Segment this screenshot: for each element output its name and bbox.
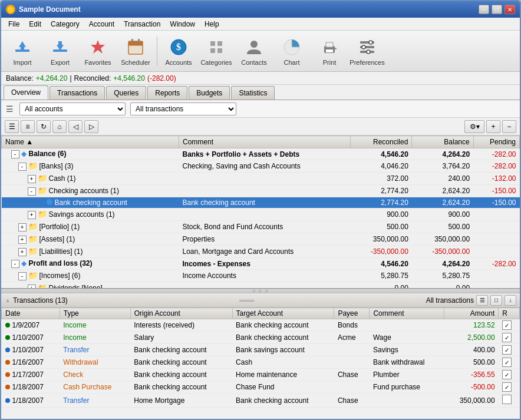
toolbar-btn-chart[interactable]: Chart xyxy=(274,34,309,68)
trans-splitter-center: ═══ xyxy=(239,296,255,305)
transaction-row[interactable]: 1/17/2007CheckBank checking accountHome … xyxy=(2,369,520,381)
toolbar-btn-export[interactable]: Export xyxy=(42,34,78,68)
account-comment: Banks + Portfolio + Assets + Debts xyxy=(179,148,351,160)
toolbar-btn-contacts[interactable]: Contacts xyxy=(236,34,272,68)
account-reconciled: 4,046.20 xyxy=(351,160,412,173)
account-row[interactable]: -◆Balance (6)Banks + Portfolio + Assets … xyxy=(2,148,520,160)
expand-icon[interactable]: + xyxy=(28,211,36,219)
accounts-filter-select[interactable]: All accounts Bank checking account Savin… xyxy=(19,102,126,115)
trans-reconciled: ✓ xyxy=(499,344,520,356)
menu-item-file[interactable]: File xyxy=(4,19,24,29)
toolbar-btn-accounts[interactable]: $Accounts xyxy=(161,34,196,68)
menu-item-help[interactable]: Help xyxy=(200,19,224,29)
menu-item-edit[interactable]: Edit xyxy=(24,19,46,29)
trans-check-box[interactable]: ✓ xyxy=(502,382,512,392)
folder-icon: 📁 xyxy=(28,271,38,280)
account-name: [Banks] (3) xyxy=(39,162,74,170)
menu-item-transaction[interactable]: Transaction xyxy=(119,19,165,29)
tab-queries[interactable]: Queries xyxy=(106,86,146,100)
expand-icon[interactable]: - xyxy=(18,272,27,280)
close-button[interactable]: ✕ xyxy=(504,5,515,14)
account-row[interactable]: +📁[Liabilities] (1)Loan, Mortgage and Ca… xyxy=(2,246,520,258)
account-comment xyxy=(179,173,351,185)
account-row[interactable]: +📁Cash (1)372.00240.00-132.00 xyxy=(2,173,520,185)
account-comment: Checking, Saving and Cash Accounts xyxy=(179,160,351,173)
transaction-row[interactable]: 1/10/2007IncomeSalaryBank checking accou… xyxy=(2,332,520,344)
expand-icon[interactable]: - xyxy=(11,150,19,158)
expand-icon[interactable]: - xyxy=(28,187,36,196)
trans-type: Withdrawal xyxy=(60,356,130,369)
maximize-button[interactable]: □ xyxy=(492,5,502,14)
transaction-row[interactable]: 1/16/2007WithdrawalBank checking account… xyxy=(2,356,520,369)
account-balance: 2,624.20 xyxy=(412,197,473,209)
forward-button[interactable]: ▷ xyxy=(84,120,98,133)
splitter[interactable]: = = = xyxy=(1,289,520,293)
toolbar-btn-favorites[interactable]: Favorites xyxy=(80,34,116,68)
trans-check-box[interactable]: ✓ xyxy=(502,333,512,342)
tab-transactions[interactable]: Transactions xyxy=(50,86,105,100)
trans-target: Home maintenance xyxy=(232,369,334,381)
expand-icon[interactable]: - xyxy=(18,163,27,171)
settings-button[interactable]: ⚙▾ xyxy=(464,120,484,133)
toolbar-btn-categories[interactable]: Categories xyxy=(199,34,234,68)
trans-check-box[interactable]: ✓ xyxy=(502,345,512,355)
account-name: Bank checking account xyxy=(55,199,127,207)
tab-statistics[interactable]: Statistics xyxy=(231,86,275,100)
toolbar-btn-scheduler[interactable]: Scheduler xyxy=(118,34,153,68)
transaction-row[interactable]: 1/18/2007TransferHome MortgageBank check… xyxy=(2,393,520,408)
tab-reports[interactable]: Reports xyxy=(147,86,187,100)
trans-check-box[interactable] xyxy=(502,395,512,404)
trans-check-box[interactable]: ✓ xyxy=(502,370,512,379)
back-button[interactable]: ◁ xyxy=(68,120,83,133)
add-button[interactable]: + xyxy=(486,120,500,133)
titlebar: 🟡 Sample Document ─ □ ✕ xyxy=(1,1,520,18)
tab-budgets[interactable]: Budgets xyxy=(189,86,230,100)
transactions-filter-select[interactable]: All transactions This month This year xyxy=(130,102,236,115)
trans-type-dot xyxy=(5,385,10,389)
menu-item-account[interactable]: Account xyxy=(84,19,119,29)
transaction-row[interactable]: 1/10/2007TransferBank checking accountBa… xyxy=(2,344,520,356)
trans-check-box[interactable]: ✓ xyxy=(502,358,512,367)
menu-item-window[interactable]: Window xyxy=(165,19,200,29)
account-pending xyxy=(473,221,519,233)
trans-icon1[interactable]: ☰ xyxy=(476,295,488,306)
minimize-button[interactable]: ─ xyxy=(479,5,489,14)
transaction-row[interactable]: 1/9/2007IncomeInterests (received)Bank c… xyxy=(2,319,520,332)
trans-check-box[interactable]: ✓ xyxy=(502,320,512,330)
trans-icon2[interactable]: □ xyxy=(490,295,502,306)
tab-overview[interactable]: Overview xyxy=(4,85,48,100)
col-name[interactable]: Name ▲ xyxy=(2,136,179,148)
toolbar-btn-print[interactable]: Print xyxy=(312,34,347,68)
remove-button[interactable]: − xyxy=(502,120,516,133)
expand-icon[interactable]: + xyxy=(18,223,27,232)
account-row[interactable]: +📁[Assets] (1)Properties350,000.00350,00… xyxy=(2,233,520,246)
account-row[interactable]: -📁[Incomes] (6)Income Accounts5,280.755,… xyxy=(2,270,520,282)
account-row[interactable]: +📁Savings accounts (1)900.00900.00 xyxy=(2,209,520,221)
account-reconciled: 4,546.20 xyxy=(351,148,412,160)
trans-reconciled: ✓ xyxy=(499,319,520,332)
expand-icon[interactable]: + xyxy=(28,285,36,289)
account-row[interactable]: -📁[Banks] (3)Checking, Saving and Cash A… xyxy=(2,160,520,173)
home-button[interactable]: ⌂ xyxy=(52,120,67,133)
refresh-button[interactable]: ↻ xyxy=(37,120,51,133)
transaction-row[interactable]: 1/18/2007Cash PurchaseBank checking acco… xyxy=(2,381,520,393)
detail-view-button[interactable]: ≡ xyxy=(21,120,35,133)
account-row[interactable]: +📁[Portfolio] (1)Stock, Bond and Fund Ac… xyxy=(2,221,520,233)
trans-icon3[interactable]: ↓ xyxy=(504,295,516,306)
expand-icon[interactable]: + xyxy=(18,248,27,256)
toolbar-btn-import[interactable]: Import xyxy=(5,34,40,68)
account-row[interactable]: -📁Checking accounts (1)2,774.202,624.20-… xyxy=(2,185,520,197)
expand-icon[interactable]: - xyxy=(11,260,19,268)
account-balance: 0.00 xyxy=(412,282,473,289)
secondary-toolbar: ☰ ≡ ↻ ⌂ ◁ ▷ ⚙▾ + − xyxy=(1,118,520,135)
toolbar-btn-preferences[interactable]: Preferences xyxy=(349,34,385,68)
account-pending xyxy=(473,233,519,246)
col-comment: Comment xyxy=(179,136,351,148)
menu-item-category[interactable]: Category xyxy=(46,19,84,29)
expand-icon[interactable]: + xyxy=(18,236,27,244)
list-view-button[interactable]: ☰ xyxy=(5,120,19,133)
account-row[interactable]: -◆Profit and loss (32)Incomes - Expenses… xyxy=(2,258,520,270)
trans-payee xyxy=(334,344,370,356)
expand-icon[interactable]: + xyxy=(28,175,36,183)
account-row[interactable]: Bank checking accountBank checking accou… xyxy=(2,197,520,209)
